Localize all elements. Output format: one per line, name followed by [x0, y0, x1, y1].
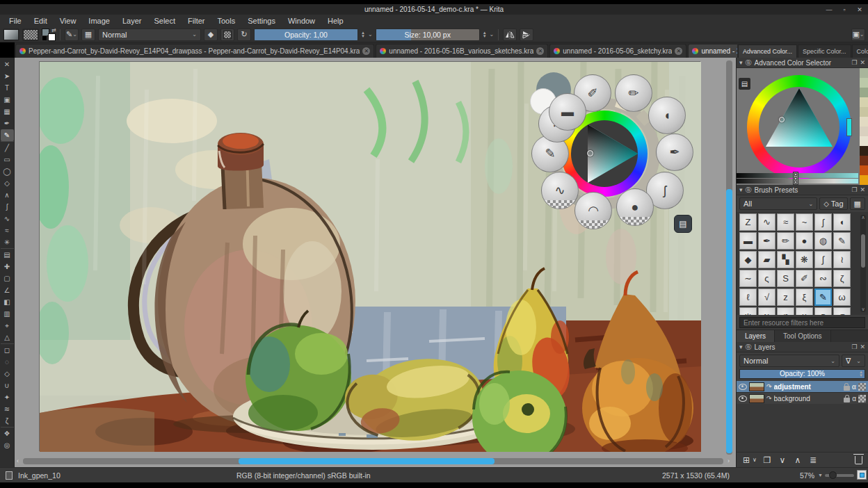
- menu-layer[interactable]: Layer: [116, 16, 148, 26]
- document-tab-3[interactable]: unnamed - 2016-05-06_sketchy.kra✕: [549, 44, 686, 58]
- tool-text[interactable]: T: [1, 82, 14, 94]
- docker-tab-2[interactable]: Specific Color...: [798, 44, 851, 58]
- layer-visibility-icon[interactable]: [739, 384, 747, 390]
- menu-file[interactable]: File: [3, 16, 28, 26]
- zoom-slider-knob[interactable]: [829, 471, 837, 479]
- brush-preset-tile[interactable]: ✎: [814, 288, 832, 306]
- swap-colors-icon[interactable]: ⇄: [51, 27, 56, 33]
- menu-image[interactable]: Image: [82, 16, 116, 26]
- brush-preset-tile[interactable]: ✎: [833, 232, 851, 250]
- mirror-horizontal-button[interactable]: [520, 29, 533, 41]
- preserve-alpha-button[interactable]: [220, 29, 234, 41]
- history-swatch-4[interactable]: [860, 97, 868, 107]
- layer-row-adjustment[interactable]: ↷adjustmentα: [737, 381, 868, 393]
- popup-palette[interactable]: ✐✏◖✒ʃ●◠∿✎∴▬ ▤: [517, 68, 698, 249]
- alpha-lock-icon[interactable]: α: [852, 383, 856, 391]
- default-colors-icon[interactable]: [42, 35, 47, 41]
- brush-presets-header[interactable]: ▾ ⓐ Brush Presets ❐ ✕: [737, 185, 868, 195]
- menu-tools[interactable]: Tools: [211, 16, 242, 26]
- move-layer-down-button[interactable]: ∨: [777, 455, 788, 465]
- tool-zoom[interactable]: ◎: [1, 439, 14, 451]
- add-layer-button[interactable]: ⊞: [741, 455, 752, 465]
- alpha-lock-icon[interactable]: α: [852, 395, 856, 402]
- close-icon[interactable]: ✕: [860, 59, 865, 66]
- zoom-dropdown-icon[interactable]: ▼: [818, 473, 823, 478]
- tool-ellipse[interactable]: ◯: [1, 165, 14, 177]
- panel-tab-tool-options[interactable]: Tool Options: [775, 330, 831, 342]
- workspace-chooser-button[interactable]: ▣⌄: [851, 29, 865, 41]
- brush-preset-tile[interactable]: ▚: [777, 251, 794, 268]
- history-swatch-8[interactable]: [860, 136, 868, 146]
- tool-close[interactable]: ✕: [1, 58, 14, 70]
- tool-multibrush[interactable]: ✳: [1, 236, 14, 248]
- float-icon[interactable]: ❐: [851, 186, 857, 193]
- palette-brush-purple-wash-brush[interactable]: ✏: [615, 74, 652, 112]
- inherit-alpha-icon[interactable]: [858, 395, 866, 402]
- history-swatch-9[interactable]: [860, 146, 868, 156]
- presets-scrollbar-thumb[interactable]: [861, 234, 865, 268]
- tool-crop[interactable]: ▤: [1, 248, 14, 261]
- brush-preset-tile[interactable]: σ: [833, 307, 851, 315]
- eraser-mode-button[interactable]: ◆: [204, 29, 218, 41]
- float-icon[interactable]: ❐: [851, 59, 857, 66]
- display-mode-button[interactable]: ▦: [850, 197, 865, 210]
- chevron-down-icon[interactable]: ⌄: [368, 31, 373, 38]
- presets-scrollbar[interactable]: ∧ ∨: [860, 215, 866, 312]
- tool-gradient[interactable]: ▥: [1, 308, 14, 320]
- palette-brush-soft-round-brush[interactable]: ●: [616, 188, 654, 226]
- canvas-only-mode-button[interactable]: [857, 470, 867, 480]
- tab-close-icon[interactable]: ✕: [362, 47, 370, 55]
- float-icon[interactable]: ❐: [851, 343, 857, 350]
- window-maximize-button[interactable]: ▫: [840, 6, 849, 13]
- gradient-chooser-button[interactable]: [3, 29, 19, 41]
- resource-filter-input[interactable]: Enter resource filters here: [739, 317, 865, 328]
- zoom-slider[interactable]: [825, 474, 854, 477]
- history-swatch-5[interactable]: [860, 107, 868, 117]
- document-tab-1[interactable]: Pepper-and-Carrot_by-David-Revoy_E14P04_…: [15, 44, 374, 58]
- edit-brush-settings-button[interactable]: ✎⌄: [65, 29, 79, 41]
- history-swatch-11[interactable]: [860, 165, 868, 175]
- tool-polygon[interactable]: ◇: [1, 177, 14, 189]
- brush-preset-tile[interactable]: S: [777, 270, 794, 287]
- gradient-bar-handle[interactable]: [793, 172, 798, 185]
- brush-preset-tile[interactable]: ◆: [739, 251, 757, 268]
- history-swatch-3[interactable]: [860, 88, 868, 97]
- history-swatch-12[interactable]: [860, 175, 868, 185]
- inherit-alpha-icon[interactable]: [858, 383, 866, 391]
- collapse-icon[interactable]: ▾: [739, 59, 743, 66]
- close-icon[interactable]: ✕: [860, 343, 865, 350]
- history-swatch-7[interactable]: [860, 127, 868, 136]
- brush-preset-tile[interactable]: ∫: [814, 251, 832, 268]
- history-swatch-1[interactable]: [860, 68, 868, 78]
- menu-edit[interactable]: Edit: [28, 16, 54, 26]
- brush-preset-tile[interactable]: ~: [796, 213, 813, 231]
- docker-tab-1[interactable]: Advanced Color...: [738, 44, 797, 58]
- layer-blending-dropdown[interactable]: Normal ⌄: [739, 355, 839, 367]
- brush-preset-tile[interactable]: ✒: [758, 232, 775, 250]
- palette-menu-button[interactable]: ▤: [674, 215, 692, 233]
- add-layer-options-button[interactable]: ∨: [752, 457, 757, 463]
- history-swatch-2[interactable]: [860, 78, 868, 88]
- layer-opacity-spin[interactable]: ▲▼: [859, 370, 863, 378]
- reload-preset-button[interactable]: ↻: [237, 29, 251, 41]
- tool-select-shapes[interactable]: ➤: [1, 70, 14, 82]
- tool-rectangle[interactable]: ▭: [1, 154, 14, 165]
- zoom-level[interactable]: 57%: [800, 471, 814, 480]
- advanced-color-selector[interactable]: ▤: [737, 68, 868, 185]
- tool-line[interactable]: ╱: [1, 141, 14, 154]
- brush-preset-tile[interactable]: τ: [814, 307, 832, 315]
- brush-preset-tile[interactable]: ∾: [814, 270, 832, 287]
- delete-layer-button[interactable]: [853, 456, 864, 464]
- brush-preset-tile[interactable]: √: [758, 288, 775, 306]
- layer-row-background[interactable]: ↷backgroundα: [737, 393, 868, 405]
- menu-help[interactable]: Help: [321, 16, 350, 26]
- scroll-up-icon[interactable]: ∧: [860, 215, 866, 220]
- sv-triangle[interactable]: [747, 75, 851, 179]
- tool-move[interactable]: ✚: [1, 261, 14, 273]
- mirror-vertical-button[interactable]: [503, 29, 517, 41]
- brush-preset-tile[interactable]: ▬: [739, 232, 757, 250]
- brush-preset-tile[interactable]: υ: [796, 307, 813, 315]
- canvas-area[interactable]: ✐✏◖✒ʃ●◠∿✎∴▬ ▤ ‹ ›: [15, 58, 736, 467]
- tool-transform[interactable]: ▢: [1, 273, 14, 284]
- brush-preset-tile[interactable]: ψ: [739, 307, 757, 315]
